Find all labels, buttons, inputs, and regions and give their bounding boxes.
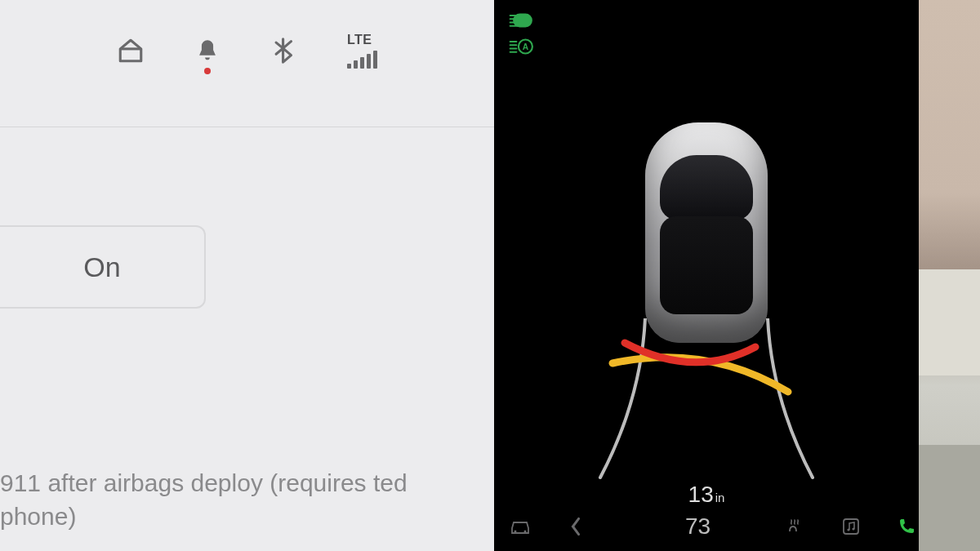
cellular-signal-icon[interactable]: LTE bbox=[347, 33, 377, 69]
status-bar: LTE bbox=[0, 24, 494, 77]
chevron-left-icon[interactable] bbox=[564, 517, 587, 536]
high-beam-icon bbox=[509, 10, 537, 31]
vehicle-display-photo: A 13in bbox=[494, 0, 980, 551]
signal-bars-icon bbox=[347, 51, 377, 69]
car-icon[interactable] bbox=[509, 517, 532, 536]
settings-panel: LTE On 911 after airbags deploy (require… bbox=[0, 0, 494, 551]
car-windshield bbox=[660, 155, 753, 220]
svg-point-11 bbox=[524, 531, 527, 533]
network-label: LTE bbox=[347, 33, 372, 47]
vehicle-visualization: 13in bbox=[568, 106, 845, 449]
setting-description: 911 after airbags deploy (requires ted p… bbox=[0, 467, 478, 533]
bottom-dock: 73 bbox=[494, 502, 919, 551]
divider bbox=[0, 127, 494, 127]
headlight-status-icons: A bbox=[509, 10, 537, 57]
home-icon[interactable] bbox=[117, 37, 145, 64]
svg-text:A: A bbox=[523, 42, 529, 51]
notification-dot-icon bbox=[204, 68, 211, 74]
svg-rect-12 bbox=[844, 519, 858, 534]
car-roof bbox=[660, 216, 753, 314]
svg-point-14 bbox=[853, 527, 855, 530]
toggle-label: On bbox=[83, 251, 120, 283]
seat-heater-icon[interactable] bbox=[784, 517, 807, 536]
toggle-on-button[interactable]: On bbox=[0, 225, 206, 309]
svg-point-10 bbox=[514, 531, 517, 533]
background-environment-lower bbox=[919, 445, 980, 551]
reverse-path-overlay bbox=[568, 318, 845, 482]
auto-high-beam-icon: A bbox=[509, 36, 537, 57]
guide-line-right bbox=[768, 318, 813, 478]
music-icon[interactable] bbox=[840, 517, 862, 536]
phone-icon[interactable] bbox=[895, 517, 918, 536]
cabin-temperature[interactable]: 73 bbox=[685, 513, 710, 540]
vehicle-touchscreen: A 13in bbox=[494, 0, 919, 551]
car-render bbox=[645, 122, 768, 343]
svg-point-13 bbox=[848, 528, 850, 531]
notification-bell-icon[interactable] bbox=[194, 37, 221, 64]
bluetooth-icon[interactable] bbox=[270, 37, 298, 64]
